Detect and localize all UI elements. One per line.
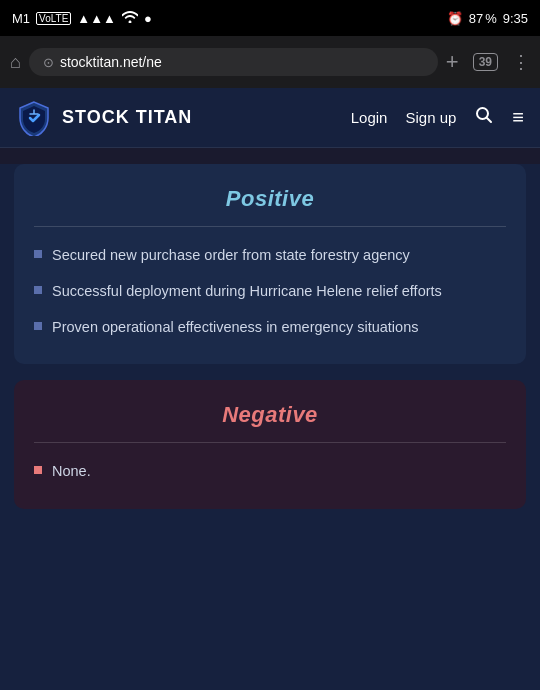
bullet-text: None. bbox=[52, 461, 91, 483]
whatsapp-icon: ● bbox=[144, 11, 152, 26]
tab-count-badge[interactable]: 39 bbox=[473, 53, 498, 71]
wifi-icon bbox=[122, 11, 138, 26]
positive-bullet-list: Secured new purchase order from state fo… bbox=[34, 245, 506, 338]
volte-badge: VoLTE bbox=[36, 12, 71, 25]
nav-bar: STOCK TITAN Login Sign up ≡ bbox=[0, 88, 540, 148]
bullet-text: Proven operational effectiveness in emer… bbox=[52, 317, 418, 339]
url-security-icon: ⊙ bbox=[43, 55, 54, 70]
signal-icon: ▲▲▲ bbox=[77, 11, 116, 26]
nav-title: STOCK TITAN bbox=[62, 107, 192, 128]
bullet-text: Secured new purchase order from state fo… bbox=[52, 245, 410, 267]
positive-section: Positive Secured new purchase order from… bbox=[14, 164, 526, 364]
bullet-icon bbox=[34, 250, 42, 258]
menu-button[interactable]: ≡ bbox=[512, 106, 524, 129]
positive-title: Positive bbox=[34, 186, 506, 212]
battery-indicator: 87 % bbox=[469, 11, 497, 26]
status-left: M1 VoLTE ▲▲▲ ● bbox=[12, 11, 152, 26]
login-link[interactable]: Login bbox=[351, 109, 388, 126]
positive-divider bbox=[34, 226, 506, 227]
status-right: ⏰ 87 % 9:35 bbox=[447, 11, 528, 26]
negative-bullet-list: None. bbox=[34, 461, 506, 483]
search-button[interactable] bbox=[474, 105, 494, 130]
carrier-label: M1 bbox=[12, 11, 30, 26]
bullet-text: Successful deployment during Hurricane H… bbox=[52, 281, 442, 303]
time-display: 9:35 bbox=[503, 11, 528, 26]
battery-percent: 87 bbox=[469, 11, 483, 26]
main-content: Positive Secured new purchase order from… bbox=[0, 164, 540, 690]
signup-link[interactable]: Sign up bbox=[405, 109, 456, 126]
negative-title: Negative bbox=[34, 402, 506, 428]
logo-icon bbox=[16, 100, 52, 136]
list-item: Proven operational effectiveness in emer… bbox=[34, 317, 506, 339]
browser-actions: + 39 ⋮ bbox=[446, 49, 530, 75]
browser-home-button[interactable]: ⌂ bbox=[10, 52, 21, 73]
browser-bar: ⌂ ⊙ stocktitan.net/ne + 39 ⋮ bbox=[0, 36, 540, 88]
list-item: Successful deployment during Hurricane H… bbox=[34, 281, 506, 303]
status-bar: M1 VoLTE ▲▲▲ ● ⏰ 87 % 9:35 bbox=[0, 0, 540, 36]
bullet-icon bbox=[34, 466, 42, 474]
bullet-icon bbox=[34, 322, 42, 330]
negative-section: Negative None. bbox=[14, 380, 526, 509]
nav-links: Login Sign up ≡ bbox=[351, 105, 524, 130]
bullet-icon bbox=[34, 286, 42, 294]
alarm-icon: ⏰ bbox=[447, 11, 463, 26]
nav-logo: STOCK TITAN bbox=[16, 100, 192, 136]
new-tab-button[interactable]: + bbox=[446, 49, 459, 75]
browser-menu-button[interactable]: ⋮ bbox=[512, 51, 530, 73]
list-item: None. bbox=[34, 461, 506, 483]
list-item: Secured new purchase order from state fo… bbox=[34, 245, 506, 267]
browser-url-bar[interactable]: ⊙ stocktitan.net/ne bbox=[29, 48, 438, 76]
url-text: stocktitan.net/ne bbox=[60, 54, 162, 70]
negative-divider bbox=[34, 442, 506, 443]
